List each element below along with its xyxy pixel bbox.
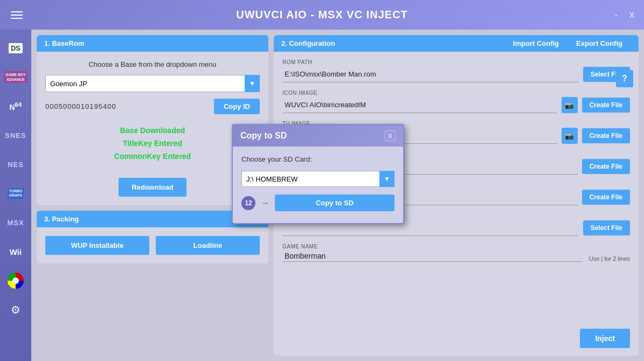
modal-choose-label: Choose your SD Card: <box>241 155 394 163</box>
modal-dropdown-arrow-icon[interactable]: ▼ <box>379 171 394 187</box>
modal-close-button[interactable]: X <box>385 130 396 141</box>
modal-body: Choose your SD Card: J:\ HOMEBREW ▼ 12 →… <box>233 147 403 223</box>
arrow-icon: → <box>261 198 269 208</box>
step-number: 12 <box>241 196 255 210</box>
modal-overlay: Copy to SD X Choose your SD Card: J:\ HO… <box>0 0 644 361</box>
copy-to-sd-modal: Copy to SD X Choose your SD Card: J:\ HO… <box>232 124 404 224</box>
modal-header: Copy to SD X <box>233 125 403 147</box>
modal-dropdown-row: J:\ HOMEBREW ▼ <box>241 171 394 187</box>
copy-to-sd-button[interactable]: Copy to SD <box>275 195 394 211</box>
modal-action-row: 12 → Copy to SD <box>241 195 394 214</box>
sd-card-dropdown[interactable]: J:\ HOMEBREW <box>241 171 379 187</box>
modal-title: Copy to SD <box>240 131 287 141</box>
